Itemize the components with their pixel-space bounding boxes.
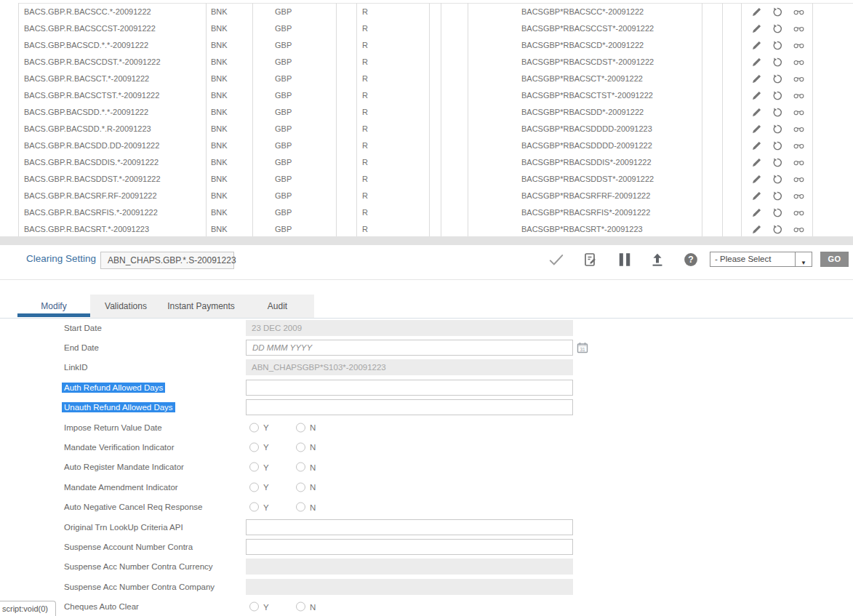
grid-row[interactable]: BACS.GBP.R.BACSDD.DD-20091222BNKGBPRBACS… [0, 137, 853, 154]
view-icon[interactable] [793, 7, 805, 18]
history-icon[interactable] [772, 73, 784, 85]
history-icon[interactable] [772, 157, 784, 169]
view-icon[interactable] [793, 191, 805, 202]
check-icon[interactable] [549, 252, 564, 267]
radio-option: Y [249, 503, 269, 512]
view-icon[interactable] [793, 40, 805, 52]
history-icon[interactable] [772, 140, 784, 152]
view-icon[interactable] [793, 124, 805, 135]
grid-row[interactable]: BACS.GBP.R.BACSCT.*-20091222BNKGBPRBACSG… [0, 71, 853, 87]
upload-icon[interactable] [650, 252, 665, 267]
view-icon[interactable] [793, 174, 805, 185]
form-row: LinkIDABN_CHAPSGBP*S103*-20091223 [0, 358, 853, 377]
edit-icon[interactable] [751, 174, 763, 185]
edit-icon[interactable] [751, 224, 763, 236]
radio-option: N [296, 423, 316, 432]
history-icon[interactable] [772, 107, 784, 119]
history-icon[interactable] [772, 40, 784, 52]
grid-row[interactable]: BACS.GBP.R.BACSCCST-20091222BNKGBPRBACSG… [0, 20, 853, 37]
go-button[interactable]: GO [820, 252, 849, 267]
grid-row[interactable]: BACS.GBP.R.BACSCDST.*-20091222BNKGBPRBAC… [0, 54, 853, 71]
edit-icon[interactable] [751, 40, 763, 52]
text-input[interactable] [246, 380, 573, 396]
radio-button[interactable] [296, 463, 305, 472]
tab-instant-payments[interactable]: Instant Payments [161, 295, 241, 318]
history-icon[interactable] [772, 7, 784, 18]
view-icon[interactable] [793, 207, 805, 219]
view-icon[interactable] [793, 23, 805, 35]
grid-row[interactable]: BACS.GBP.BACSDD.*.*-20091222BNKGBPRBACSG… [0, 104, 853, 121]
radio-button[interactable] [296, 442, 305, 452]
view-icon[interactable] [793, 224, 805, 236]
grid-cell-linked_code: BACSGBP*RBACSRT*-20091223 [521, 221, 643, 238]
radio-button[interactable] [296, 423, 305, 432]
grid-row[interactable]: BACS.GBP.R.BACSDDIS.*-20091222BNKGBPRBAC… [0, 154, 853, 171]
edit-icon[interactable] [751, 157, 763, 169]
help-icon[interactable]: ? [684, 252, 698, 267]
grid-cell-linked_code: BACSGBP*RBACSCC*-20091222 [521, 4, 644, 20]
history-icon[interactable] [772, 90, 784, 102]
grid-cell-bank: BNK [211, 204, 228, 221]
history-icon[interactable] [772, 57, 784, 68]
view-icon[interactable] [793, 73, 805, 85]
grid-cell-bank: BNK [211, 121, 228, 137]
radio-button[interactable] [249, 602, 259, 612]
history-icon[interactable] [772, 207, 784, 219]
view-icon[interactable] [793, 140, 805, 152]
history-icon[interactable] [772, 174, 784, 185]
edit-icon[interactable] [751, 191, 763, 202]
history-icon[interactable] [772, 224, 784, 236]
radio-button[interactable] [296, 503, 305, 512]
radio-button[interactable] [296, 602, 305, 612]
radio-button[interactable] [249, 503, 259, 512]
field-label: Auto Negative Cancel Req Response [64, 503, 203, 511]
grid-row[interactable]: BACS.GBP.R.BACSRFIS.*-20091222BNKGBPRBAC… [0, 204, 853, 221]
grid-bottom-scroll-band[interactable] [0, 236, 853, 245]
edit-icon[interactable] [751, 57, 763, 68]
edit-icon[interactable] [751, 107, 763, 119]
edit-icon[interactable] [751, 207, 763, 219]
text-input[interactable] [246, 399, 573, 415]
grid-row[interactable]: BACS.GBP.R.BACSRF.RF-20091222BNKGBPRBACS… [0, 188, 853, 204]
view-icon[interactable] [793, 57, 805, 68]
action-select[interactable]: - Please Select ▼ [710, 252, 812, 267]
tab-validations[interactable]: Validations [90, 295, 161, 318]
grid-row[interactable]: BACS.GBP.R.BACSCTST.*-20091222BNKGBPRBAC… [0, 87, 853, 104]
text-input[interactable] [246, 519, 573, 535]
grid-row[interactable]: BACS.GBP.R.BACSDDST.*-20091222BNKGBPRBAC… [0, 171, 853, 188]
radio-option: N [296, 482, 316, 492]
grid-row[interactable]: BACS.GBP.BACSDD.*.R-20091223BNKGBPRBACSG… [0, 121, 853, 137]
edit-icon[interactable] [751, 140, 763, 152]
radio-button[interactable] [249, 463, 259, 472]
grid-row[interactable]: BACS.GBP.R.BACSRT.*-20091223BNKGBPRBACSG… [0, 221, 853, 238]
history-icon[interactable] [772, 124, 784, 135]
radio-button[interactable] [249, 423, 259, 432]
calendar-icon[interactable]: 31 [577, 342, 588, 353]
pause-icon[interactable] [617, 252, 632, 267]
view-icon[interactable] [793, 90, 805, 102]
authorize-edit-icon[interactable] [583, 252, 598, 267]
grid-cell-record_type: R [362, 137, 368, 154]
text-input[interactable] [246, 539, 573, 555]
grid-row[interactable]: BACS.GBP.R.BACSCC.*-20091222BNKGBPRBACSG… [0, 4, 853, 20]
date-input[interactable] [246, 340, 573, 356]
edit-icon[interactable] [751, 90, 763, 102]
form-row: Original Trn LookUp Criteria API [0, 517, 853, 537]
grid-cell-currency: GBP [275, 37, 292, 54]
radio-option: N [296, 463, 316, 472]
edit-icon[interactable] [751, 124, 763, 135]
radio-button[interactable] [296, 482, 305, 492]
edit-icon[interactable] [751, 23, 763, 35]
radio-button[interactable] [249, 442, 259, 452]
radio-button[interactable] [249, 482, 259, 492]
tab-audit[interactable]: Audit [241, 295, 314, 318]
select-separator [795, 252, 796, 266]
history-icon[interactable] [772, 191, 784, 202]
view-icon[interactable] [793, 157, 805, 169]
edit-icon[interactable] [751, 7, 763, 18]
view-icon[interactable] [793, 107, 805, 119]
grid-row[interactable]: BACS.GBP.BACSCD.*.*-20091222BNKGBPRBACSG… [0, 37, 853, 54]
edit-icon[interactable] [751, 73, 763, 85]
history-icon[interactable] [772, 23, 784, 35]
grid-cell-bank: BNK [211, 54, 228, 71]
